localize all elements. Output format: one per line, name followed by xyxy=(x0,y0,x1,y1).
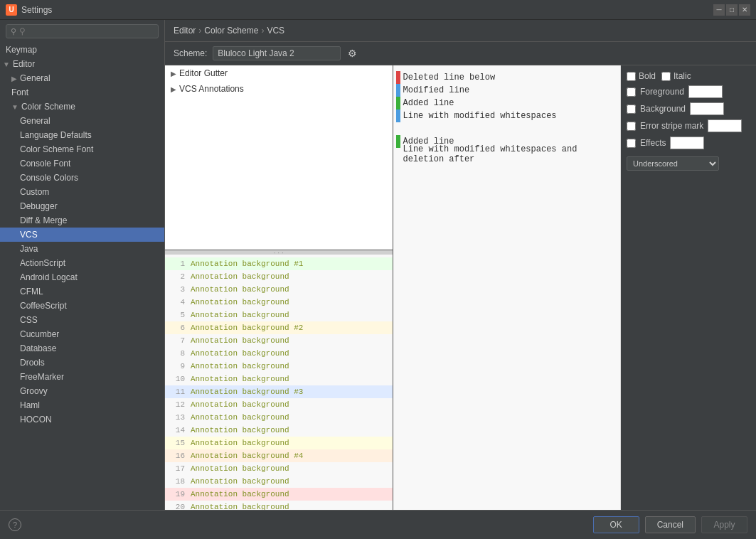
tree-item-editor-gutter[interactable]: ▶ Editor Gutter xyxy=(165,65,393,81)
preview-line: 15Annotation background xyxy=(165,437,393,449)
line-number: 2 xyxy=(168,272,185,281)
sidebar-item-cs-drools[interactable]: Drools xyxy=(0,356,164,370)
line-number: 6 xyxy=(168,324,185,332)
preview-line: 20Annotation background xyxy=(165,501,393,510)
sidebar-item-cs-java[interactable]: Java xyxy=(0,242,164,256)
search-box[interactable]: ⚲ xyxy=(6,24,159,38)
sidebar-item-cs-general[interactable]: General xyxy=(0,114,164,128)
italic-checkbox[interactable] xyxy=(661,72,671,81)
error-stripe-label: Error stripe mark xyxy=(640,121,703,131)
sidebar-item-color-scheme[interactable]: ▼Color Scheme xyxy=(0,100,164,114)
annotation-text: Annotation background xyxy=(191,464,289,473)
sidebar-item-cs-groovy[interactable]: Groovy xyxy=(0,384,164,398)
effects-color-box[interactable] xyxy=(670,137,704,149)
sidebar-item-keymap[interactable]: Keymap xyxy=(0,43,164,57)
dialog-footer: ? OK Cancel Apply xyxy=(0,510,756,539)
foreground-color-box[interactable] xyxy=(688,85,723,98)
maximize-button[interactable]: □ xyxy=(726,4,738,16)
annotation-text: Annotation background xyxy=(191,400,289,409)
sidebar-label: Console Colors xyxy=(20,173,78,183)
search-input[interactable] xyxy=(19,26,154,36)
italic-checkbox-label[interactable]: Italic xyxy=(661,71,691,81)
sidebar-item-cs-freemarker[interactable]: FreeMarker xyxy=(0,370,164,384)
sidebar-label: CoffeeScript xyxy=(20,301,67,311)
minimize-button[interactable]: ─ xyxy=(713,4,725,16)
vcs-bar xyxy=(396,84,400,97)
sidebar-item-cs-hocon[interactable]: HOCON xyxy=(0,412,164,427)
preview-line: 2Annotation background xyxy=(165,270,393,283)
sidebar-item-cs-diff[interactable]: Diff & Merge xyxy=(0,213,164,228)
sidebar-item-cs-haml[interactable]: Haml xyxy=(0,398,164,412)
vcs-bar xyxy=(396,135,400,148)
window-controls[interactable]: ─ □ ✕ xyxy=(713,4,750,16)
sidebar-item-cs-vcs[interactable]: VCS xyxy=(0,228,164,242)
line-number: 11 xyxy=(168,388,185,396)
bold-checkbox[interactable] xyxy=(627,72,636,81)
sidebar-item-cs-actionscript[interactable]: ActionScript xyxy=(0,256,164,270)
foreground-checkbox[interactable] xyxy=(627,87,636,97)
sidebar-label: Haml xyxy=(20,400,40,410)
expand-icon: ▶ xyxy=(171,85,176,93)
background-checkbox[interactable] xyxy=(627,105,636,114)
main-content: Editor › Color Scheme › VCS Scheme: Blul… xyxy=(165,20,756,510)
sidebar-label: Custom xyxy=(20,187,49,197)
sidebar-item-cs-coffeescript[interactable]: CoffeeScript xyxy=(0,299,164,313)
sidebar-item-cs-database[interactable]: Database xyxy=(0,341,164,356)
preview-line: 8Annotation background xyxy=(165,347,393,360)
apply-button[interactable]: Apply xyxy=(701,516,747,533)
preview-line: 17Annotation background xyxy=(165,462,393,475)
settings-dialog: ⚲ Keymap▼Editor▶GeneralFont▼Color Scheme… xyxy=(0,20,756,539)
effects-checkbox[interactable] xyxy=(627,139,636,148)
preview-line: 7Annotation background xyxy=(165,334,393,347)
annotation-text: Annotation background xyxy=(191,490,289,498)
preview-line: 9Annotation background xyxy=(165,360,393,373)
preview-area: 1Annotation background #12Annotation bac… xyxy=(165,255,393,510)
foreground-label: Foreground xyxy=(640,87,684,97)
preview-line: 11Annotation background #3 xyxy=(165,385,393,398)
sidebar-item-cs-css[interactable]: CSS xyxy=(0,313,164,327)
ok-button[interactable]: OK xyxy=(593,516,639,533)
cancel-button[interactable]: Cancel xyxy=(645,516,696,533)
line-number: 20 xyxy=(168,503,185,510)
sidebar-label: Groovy xyxy=(20,386,48,396)
background-color-box[interactable] xyxy=(690,102,724,115)
line-number: 15 xyxy=(168,439,185,447)
title-bar: U Settings ─ □ ✕ xyxy=(0,0,756,20)
sidebar-item-editor[interactable]: ▼Editor xyxy=(0,57,164,71)
sidebar-item-font[interactable]: Font xyxy=(0,85,164,100)
sidebar-item-cs-console-colors[interactable]: Console Colors xyxy=(0,171,164,185)
bold-checkbox-label[interactable]: Bold xyxy=(627,71,656,81)
sidebar-item-general[interactable]: ▶General xyxy=(0,71,164,85)
sidebar-item-cs-custom[interactable]: Custom xyxy=(0,185,164,199)
sidebar-label: Cucumber xyxy=(20,329,59,339)
sidebar-item-cs-lang-defaults[interactable]: Language Defaults xyxy=(0,128,164,142)
sidebar-label: Color Scheme xyxy=(21,102,75,112)
sidebar-item-cs-cfml[interactable]: CFML xyxy=(0,284,164,299)
close-button[interactable]: ✕ xyxy=(739,4,750,16)
expand-icon: ▶ xyxy=(171,70,176,78)
sidebar-item-cs-console-font[interactable]: Console Font xyxy=(0,156,164,171)
help-button[interactable]: ? xyxy=(9,518,21,531)
effects-type-select[interactable]: Underscored Bold underscored Dotted line… xyxy=(627,156,719,171)
foreground-row: Foreground xyxy=(627,85,750,98)
gear-button[interactable]: ⚙ xyxy=(346,46,358,60)
sidebar-item-cs-cucumber[interactable]: Cucumber xyxy=(0,327,164,341)
effects-label: Effects xyxy=(640,138,666,148)
sidebar-label: HOCON xyxy=(20,415,52,425)
scheme-label: Scheme: xyxy=(174,48,207,58)
app-icon: U xyxy=(6,4,17,16)
preview-line: 18Annotation background xyxy=(165,475,393,488)
tree-area: ▶ Editor Gutter ▶ VCS Annotations xyxy=(165,65,393,250)
scheme-select[interactable]: Bluloco Light Java 2DefaultDarculaHigh C… xyxy=(213,46,341,60)
tree-item-vcs-annotations[interactable]: ▶ VCS Annotations xyxy=(165,81,393,97)
vcs-line-text: Line with modified whitespaces xyxy=(403,111,557,121)
error-stripe-checkbox[interactable] xyxy=(627,122,636,131)
error-stripe-color-box[interactable] xyxy=(708,119,742,132)
vcs-line-text: Added line xyxy=(403,98,454,108)
annotation-text: Annotation background xyxy=(191,311,289,319)
sidebar-item-cs-font[interactable]: Color Scheme Font xyxy=(0,142,164,156)
vcs-bar xyxy=(396,71,400,84)
sidebar-item-cs-android-logcat[interactable]: Android Logcat xyxy=(0,270,164,284)
left-panel: ▶ Editor Gutter ▶ VCS Annotations · · · … xyxy=(165,65,393,510)
sidebar-item-cs-debugger[interactable]: Debugger xyxy=(0,199,164,213)
